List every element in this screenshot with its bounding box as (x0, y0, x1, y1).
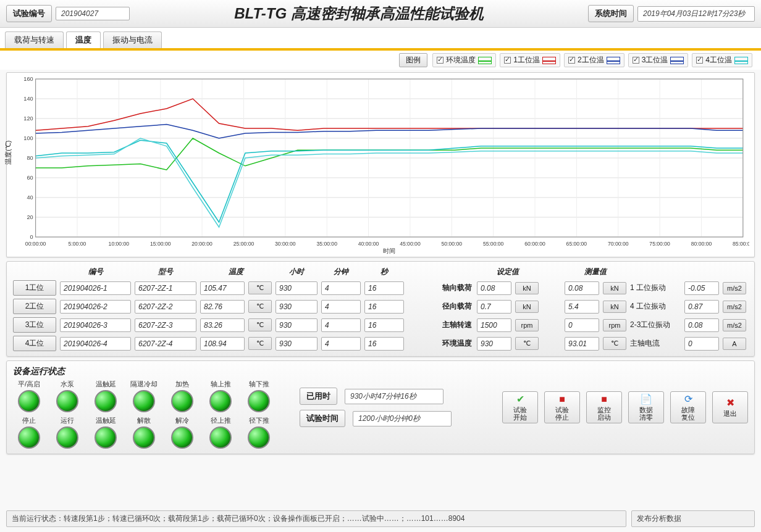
led-led-row-2-4: 解冷 (166, 416, 198, 449)
test-no-value[interactable]: 201904027 (56, 7, 130, 20)
param-meas-3[interactable]: 93.01 (565, 337, 599, 351)
data-panel: 编号型号温度小时分钟秒设定值测量值1工位201904026-16207-2Z-1… (6, 261, 755, 357)
status-led-icon (56, 390, 78, 412)
line-swatch-icon (478, 57, 492, 64)
param-set-1[interactable]: 0.7 (477, 300, 511, 314)
param-meas-2[interactable]: 0 (565, 318, 599, 332)
cell-min-0[interactable]: 4 (321, 281, 361, 295)
param-meas-0[interactable]: 0.08 (565, 281, 599, 295)
status-led-icon (95, 390, 117, 412)
status-led-icon (171, 426, 193, 449)
param-set-2[interactable]: 1500 (477, 318, 511, 332)
cell-min-1[interactable]: 4 (321, 300, 361, 314)
right-val-0[interactable]: -0.05 (684, 281, 719, 295)
svg-text:35:00:00: 35:00:00 (316, 241, 337, 247)
elapsed-label: 已用时 (300, 388, 337, 405)
legend-item-4[interactable]: 4工位温 (692, 53, 752, 67)
unit-temp-0: ℃ (248, 281, 272, 294)
led-led-row-1-2: 温触延 (90, 380, 122, 412)
legend-item-0[interactable]: 环境温度 (432, 53, 496, 67)
cell-model-1[interactable]: 6207-2Z-2 (135, 300, 196, 314)
checkbox-icon[interactable] (633, 57, 639, 64)
cell-min-3[interactable]: 4 (321, 337, 361, 351)
cell-hour-2[interactable]: 930 (275, 318, 317, 332)
param-meas-unit-3: ℃ (603, 337, 626, 350)
svg-text:5:00:00: 5:00:00 (69, 241, 86, 247)
unit-temp-3: ℃ (248, 337, 272, 350)
svg-text:60: 60 (27, 175, 33, 181)
svg-text:40:00:00: 40:00:00 (358, 241, 379, 247)
param-label-3: 环境温度 (430, 338, 473, 349)
right-val-3[interactable]: 0 (684, 337, 719, 351)
param-label-2: 主轴转速 (430, 320, 473, 330)
svg-text:75:00:00: 75:00:00 (649, 241, 670, 247)
cell-model-0[interactable]: 6207-2Z-1 (135, 281, 196, 295)
action-button-2[interactable]: ■监控 启动 (586, 391, 622, 423)
param-set-3[interactable]: 930 (477, 337, 511, 351)
station-button-3[interactable]: 4工位 (13, 336, 56, 351)
tab-vibration-current[interactable]: 振动与电流 (103, 31, 162, 48)
hdr-model: 型号 (135, 267, 196, 277)
cell-no-0[interactable]: 201904026-1 (60, 281, 131, 295)
cell-model-3[interactable]: 6207-2Z-4 (135, 337, 196, 351)
cell-sec-1[interactable]: 16 (364, 300, 404, 314)
led-led-row-2-0: 停止 (13, 416, 45, 449)
tab-temperature[interactable]: 温度 (66, 31, 101, 48)
right-label-3: 主轴电流 (630, 338, 681, 349)
svg-text:10:00:00: 10:00:00 (109, 241, 130, 247)
cell-min-2[interactable]: 4 (321, 318, 361, 332)
status-led-icon (95, 426, 117, 449)
svg-text:100: 100 (23, 135, 33, 141)
station-button-1[interactable]: 2工位 (13, 299, 56, 314)
statusbar-side[interactable]: 发布分析数据 (631, 510, 755, 527)
station-button-0[interactable]: 1工位 (13, 280, 56, 296)
legend-item-2[interactable]: 2工位温 (564, 53, 624, 67)
statusbar-main: 当前运行状态：转速段第1步；转速已循环0次；载荷段第1步；载荷已循环0次；设备操… (6, 510, 626, 527)
right-val-2[interactable]: 0.08 (684, 318, 719, 332)
led-led-row-2-5: 径上推 (204, 416, 237, 449)
cell-no-2[interactable]: 201904026-3 (60, 318, 131, 332)
action-button-4[interactable]: ⟳故障 复位 (670, 391, 706, 423)
legend-item-1[interactable]: 1工位温 (500, 53, 560, 67)
station-button-2[interactable]: 3工位 (13, 317, 56, 333)
action-button-0[interactable]: ✔试验 开始 (502, 391, 538, 423)
led-led-row-2-1: 运行 (51, 416, 83, 449)
action-button-3[interactable]: 📄数据 清零 (628, 391, 664, 423)
right-val-1[interactable]: 0.87 (684, 300, 719, 314)
status-panel: 设备运行状态 平/高启水泵温触延隔退冷却加热轴上推轴下推 停止运行温触延解散解冷… (6, 360, 755, 454)
param-meas-1[interactable]: 5.4 (565, 300, 599, 314)
action-button-5[interactable]: ✖退出 (712, 391, 748, 423)
checkbox-icon[interactable] (568, 57, 575, 64)
cell-temp-0[interactable]: 105.47 (200, 281, 245, 295)
led-led-row-1-5: 轴上推 (204, 380, 237, 412)
cell-model-2[interactable]: 6207-2Z-3 (135, 318, 196, 332)
cell-sec-0[interactable]: 16 (364, 281, 404, 295)
legend-item-3[interactable]: 3工位温 (628, 53, 689, 67)
cell-temp-2[interactable]: 83.26 (200, 318, 245, 332)
cell-hour-3[interactable]: 930 (275, 337, 317, 351)
svg-text:0: 0 (30, 234, 33, 240)
cell-hour-0[interactable]: 930 (275, 281, 317, 295)
checkbox-icon[interactable] (437, 57, 444, 64)
temperature-chart[interactable]: 温度(℃) 02040608010012014016000:00:005:00:… (9, 75, 749, 254)
action-button-1[interactable]: ■试验 停止 (544, 391, 580, 423)
cell-hour-1[interactable]: 930 (275, 300, 317, 314)
cell-sec-2[interactable]: 16 (364, 318, 404, 332)
svg-text:30:00:00: 30:00:00 (275, 241, 296, 247)
right-unit-2: m/s2 (723, 319, 746, 331)
checkbox-icon[interactable] (504, 57, 511, 64)
y-axis-label: 温度(℃) (4, 141, 13, 165)
param-label-1: 径向载荷 (430, 301, 473, 312)
cell-temp-1[interactable]: 82.76 (200, 300, 245, 314)
param-set-0[interactable]: 0.08 (477, 281, 511, 295)
tab-load-speed[interactable]: 载荷与转速 (5, 31, 64, 48)
led-led-row-1-3: 隔退冷却 (128, 380, 160, 412)
cell-no-1[interactable]: 201904026-2 (60, 300, 131, 314)
zoom-button[interactable]: 图例 (399, 53, 427, 67)
cell-temp-3[interactable]: 108.94 (200, 337, 245, 351)
led-led-row-1-1: 水泵 (51, 380, 83, 412)
checkbox-icon[interactable] (696, 57, 703, 64)
status-led-icon (248, 390, 270, 412)
cell-sec-3[interactable]: 16 (364, 337, 404, 351)
cell-no-3[interactable]: 201904026-4 (60, 337, 131, 351)
